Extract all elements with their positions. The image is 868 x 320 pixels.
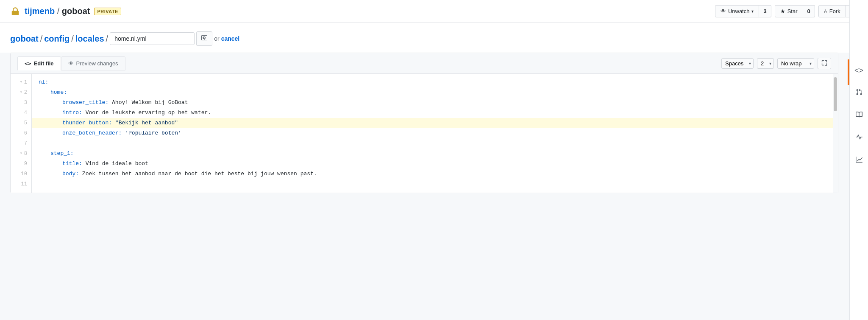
code-title: title: Vind de ideale boot (39, 159, 148, 169)
chart-icon[interactable] (853, 154, 865, 168)
tab-edit[interactable]: <> Edit file (17, 56, 61, 70)
code-line-1: nl: (39, 77, 826, 87)
editor-container: <> Edit file 👁 Preview changes Spaces Ta… (10, 53, 838, 193)
line-num-text-1: 1 (24, 77, 27, 87)
code-line-4: intro: Voor de leukste ervaring op het w… (39, 108, 826, 118)
line-num-text-3: 3 (24, 98, 27, 108)
pulse-icon[interactable] (853, 131, 865, 145)
code-line-7 (39, 138, 826, 149)
line-num-text-11: 11 (21, 179, 27, 189)
code-val-body: Zoek tussen het aanbod naar de boot die … (82, 171, 317, 177)
code-editor: ▾ 1 ▾ 2 3 4 5 6 7 ▾ 8 (11, 74, 838, 193)
code-key-thunder: thunder_button: (62, 120, 112, 126)
wrap-select[interactable]: No wrap Soft wrap (777, 58, 814, 69)
breadcrumb-sep-3: / (106, 34, 108, 44)
breadcrumb-sep-2: / (71, 34, 74, 44)
code-thunder-button: thunder_button: "Bekijk het aanbod" (39, 118, 178, 128)
scrollbar-thumb[interactable] (834, 77, 837, 111)
code-val-onze-boten: 'Populaire boten' (125, 130, 181, 136)
book-icon[interactable] (853, 109, 865, 123)
breadcrumb-sep-1: / (40, 34, 43, 44)
indent-select[interactable]: 2 4 (757, 58, 774, 69)
unwatch-label: Unwatch (728, 8, 750, 14)
code-line-10: body: Zoek tussen het aanbod naar de boo… (39, 169, 826, 179)
eye-icon: 👁 (721, 8, 726, 14)
unwatch-count: 3 (759, 5, 771, 17)
fork-button[interactable]: ⑃ Fork (818, 5, 846, 17)
indent-wrapper: 2 4 (757, 58, 774, 69)
line-numbers: ▾ 1 ▾ 2 3 4 5 6 7 ▾ 8 (11, 74, 32, 193)
code-val-thunder: "Bekijk het aanbod" (115, 120, 178, 126)
code-line-6: onze_boten_header: 'Populaire boten' (39, 128, 826, 138)
spaces-select[interactable]: Spaces Tabs (721, 58, 754, 69)
right-sidebar: <> (849, 0, 868, 193)
fold-arrow-8[interactable]: ▾ (20, 149, 22, 159)
code-line-8: step_1: (39, 149, 826, 159)
pull-request-icon[interactable] (853, 86, 865, 100)
star-label: Star (787, 8, 798, 14)
header-actions: 👁 Unwatch ▾ 3 ★ Star 0 ⑃ Fork 0 (712, 5, 858, 17)
line-num-11: 11 (15, 179, 27, 189)
commit-file-button[interactable] (196, 31, 212, 46)
line-num-text-7: 7 (24, 138, 27, 149)
star-icon: ★ (780, 8, 785, 14)
fullscreen-button[interactable] (818, 58, 831, 69)
user-link[interactable]: tijmenb (25, 6, 55, 16)
tab-edit-label: Edit file (34, 60, 54, 67)
private-badge: PRIVATE (94, 8, 121, 15)
code-icon[interactable]: <> (852, 64, 866, 78)
code-content[interactable]: nl: home: browser_title: Ahoy! Welkom bi… (32, 74, 833, 193)
fork-icon: ⑃ (824, 8, 827, 14)
line-num-10: 10 (15, 169, 27, 179)
code-val-browser-title: Ahoy! Welkom bij GoBoat (112, 99, 188, 106)
page-header: tijmenb / goboat PRIVATE 👁 Unwatch ▾ 3 ★… (0, 0, 868, 23)
scrollbar[interactable] (833, 74, 838, 193)
edit-file-icon: <> (25, 60, 31, 67)
preview-icon: 👁 (68, 60, 74, 67)
code-body: body: Zoek tussen het aanbod naar de boo… (39, 169, 317, 179)
repo-title: tijmenb / goboat (25, 6, 90, 16)
line-num-9: 9 (15, 159, 27, 169)
line-num-6: 6 (15, 128, 27, 138)
title-slash: / (57, 6, 62, 16)
toolbar-controls: Spaces Tabs 2 4 No wrap Soft wrap (721, 58, 831, 69)
code-line-2: home: (39, 87, 826, 98)
cancel-link[interactable]: cancel (221, 35, 240, 42)
breadcrumb-root[interactable]: goboat (10, 34, 39, 44)
code-key-nl: nl: (39, 77, 48, 87)
line-num-text-2: 2 (24, 87, 27, 98)
line-num-text-5: 5 (24, 118, 27, 128)
unwatch-button[interactable]: 👁 Unwatch ▾ (715, 5, 760, 17)
breadcrumb-or: or (214, 35, 219, 42)
line-num-text-4: 4 (24, 108, 27, 118)
commit-icon (201, 34, 208, 41)
code-val-title: Vind de ideale boot (86, 160, 148, 167)
breadcrumb-area: goboat / config / locales / or cancel (0, 23, 868, 53)
line-num-5: 5 (15, 118, 27, 128)
line-num-1: ▾ 1 (15, 77, 27, 87)
filename-input[interactable] (110, 32, 195, 45)
line-num-7: 7 (15, 138, 27, 149)
tab-preview[interactable]: 👁 Preview changes (61, 56, 125, 70)
code-onze-boten: onze_boten_header: 'Populaire boten' (39, 128, 181, 138)
fold-arrow-1[interactable]: ▾ (20, 77, 22, 87)
chevron-down-icon: ▾ (751, 9, 754, 14)
fork-label: Fork (829, 8, 840, 14)
line-num-2: ▾ 2 (15, 87, 27, 98)
line-num-text-9: 9 (24, 159, 27, 169)
code-key-title: title: (62, 160, 82, 167)
fold-arrow-2[interactable]: ▾ (20, 87, 22, 98)
repo-link[interactable]: goboat (62, 6, 90, 16)
breadcrumb-locales[interactable]: locales (75, 34, 104, 44)
breadcrumb: goboat / config / locales / or cancel (10, 31, 858, 46)
fullscreen-icon (821, 60, 827, 66)
star-group: ★ Star 0 (775, 5, 815, 17)
breadcrumb-config[interactable]: config (44, 34, 70, 44)
line-num-4: 4 (15, 108, 27, 118)
wrap-wrapper: No wrap Soft wrap (777, 58, 814, 69)
line-num-text-10: 10 (21, 169, 27, 179)
star-button[interactable]: ★ Star (775, 5, 803, 17)
code-line-3: browser_title: Ahoy! Welkom bij GoBoat (39, 98, 826, 108)
line-num-8: ▾ 8 (15, 149, 27, 159)
line-num-text-8: 8 (24, 149, 27, 159)
